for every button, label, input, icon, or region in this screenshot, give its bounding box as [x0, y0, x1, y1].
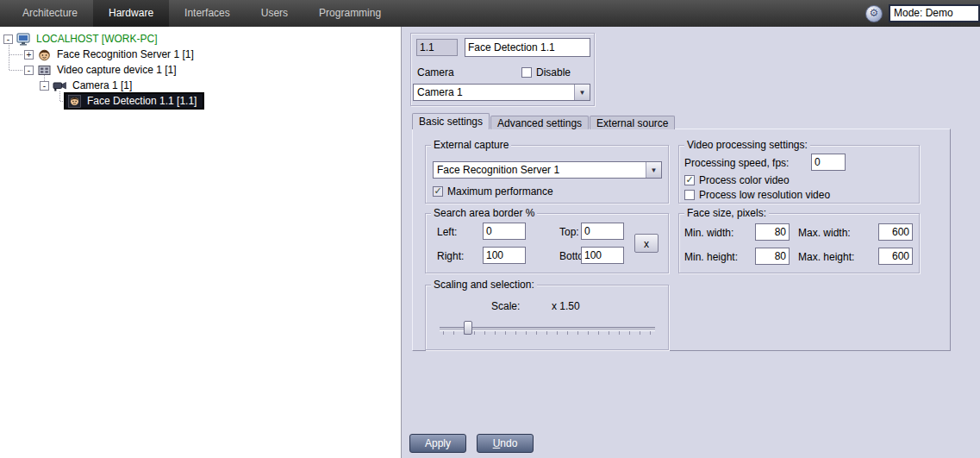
checkbox-box: ✓ — [684, 175, 695, 185]
left-border-input[interactable] — [483, 223, 526, 240]
undo-button-label: Undo — [493, 437, 518, 449]
face-detection-icon — [67, 95, 82, 108]
tree-node-label: LOCALHOST [WORK-PC] — [34, 32, 159, 46]
group-title: Face size, pixels: — [684, 207, 769, 219]
tree-node-localhost[interactable]: - LOCALHOST [WORK-PC] — [0, 31, 401, 47]
tab-external-source[interactable]: External source — [590, 116, 675, 129]
menu-item-users[interactable]: Users — [246, 0, 303, 27]
gear-icon[interactable]: ⚙ — [865, 5, 883, 22]
checkbox-box: ✓ — [433, 186, 443, 197]
apply-button[interactable]: Apply — [409, 434, 466, 453]
chevron-down-icon: ▼ — [646, 162, 661, 178]
settings-panel: Camera Disable Camera 1 ▼ Basic settings… — [402, 27, 980, 458]
device-tree: - LOCALHOST [WORK-PC] + Face Recognition… — [0, 27, 402, 458]
right-label: Right: — [437, 250, 464, 262]
disable-checkbox[interactable]: Disable — [521, 66, 571, 78]
tree-node-video-capture-device[interactable]: - Video capture device 1 [1] — [0, 62, 401, 78]
settings-tabs: Basic settings Advanced settings Externa… — [412, 113, 676, 129]
object-name-field[interactable] — [465, 38, 590, 57]
clear-search-area-button[interactable]: x — [634, 234, 659, 253]
tree-node-face-recognition-server[interactable]: + Face Recognition Server 1 [1] — [0, 47, 401, 62]
scale-value: x 1.50 — [552, 300, 580, 312]
checkbox-label: Maximum performance — [447, 185, 553, 198]
external-capture-select[interactable]: Face Recognition Server 1 ▼ — [433, 161, 662, 179]
scale-label: Scale: — [491, 300, 520, 312]
top-label: Top: — [559, 226, 579, 238]
checkbox-label: Process color video — [699, 174, 790, 186]
tab-content: External capture Face Recognition Server… — [412, 129, 951, 351]
video-processing-group: Video processing settings: Processing sp… — [678, 145, 920, 204]
max-height-input[interactable] — [878, 248, 913, 265]
menu-item-architecture[interactable]: Architecture — [7, 0, 93, 27]
collapse-icon[interactable]: - — [3, 35, 13, 44]
bottom-border-input[interactable] — [581, 247, 624, 264]
checkbox-label: Disable — [536, 66, 571, 78]
face-server-icon — [37, 48, 52, 61]
processing-speed-label: Processing speed, fps: — [684, 157, 789, 169]
tab-basic-settings[interactable]: Basic settings — [412, 113, 490, 129]
application-window: Architecture Hardware Interfaces Users P… — [0, 0, 980, 458]
max-height-label: Max. height: — [798, 251, 854, 263]
top-border-input[interactable] — [581, 223, 624, 240]
left-label: Left: — [437, 226, 457, 238]
mode-indicator: Mode: Demo — [889, 4, 980, 22]
slider-thumb[interactable] — [464, 321, 472, 335]
tree-node-label: Face Recognition Server 1 [1] — [55, 47, 196, 61]
tree-node-label: Video capture device 1 [1] — [55, 63, 178, 77]
right-border-input[interactable] — [483, 247, 526, 264]
maximum-performance-checkbox[interactable]: ✓ Maximum performance — [433, 185, 553, 198]
search-area-group: Search area border % Left: Top: Right: B… — [425, 213, 669, 273]
tree-node-label: Face Detection 1.1 [1.1] — [85, 94, 198, 108]
process-color-video-checkbox[interactable]: ✓ Process color video — [684, 174, 790, 186]
tree-node-face-detection[interactable]: Face Detection 1.1 [1.1] — [0, 93, 401, 109]
tree-node-label: Camera 1 [1] — [71, 78, 134, 92]
min-width-label: Min. width: — [684, 227, 733, 239]
expand-icon[interactable]: + — [24, 50, 34, 60]
min-height-input[interactable] — [755, 248, 790, 265]
menu-item-interfaces[interactable]: Interfaces — [169, 0, 246, 27]
apply-button-label: Apply — [425, 437, 451, 449]
group-title: External capture — [431, 139, 511, 151]
object-id-field[interactable] — [416, 39, 458, 56]
group-title: Scaling and selection: — [431, 279, 537, 291]
checkbox-box — [521, 67, 532, 78]
capture-device-icon — [37, 64, 52, 77]
checkbox-label: Process low resolution video — [699, 189, 830, 201]
camera-select[interactable]: Camera 1 ▼ — [413, 84, 590, 101]
scale-slider[interactable] — [440, 320, 655, 337]
camera-select-value: Camera 1 — [414, 85, 574, 100]
processing-speed-input[interactable] — [811, 154, 846, 171]
computer-icon — [16, 33, 31, 46]
camera-icon — [53, 79, 67, 92]
tree-node-camera[interactable]: - Camera 1 [1] — [0, 78, 401, 93]
process-low-resolution-checkbox[interactable]: Process low resolution video — [684, 189, 830, 201]
external-capture-group: External capture Face Recognition Server… — [425, 145, 669, 204]
face-size-group: Face size, pixels: Min. width: Max. widt… — [678, 213, 920, 273]
camera-label: Camera — [417, 66, 454, 78]
min-width-input[interactable] — [755, 223, 790, 241]
menubar: Architecture Hardware Interfaces Users P… — [0, 0, 980, 27]
min-height-label: Min. height: — [684, 251, 738, 263]
slider-ticks — [443, 331, 653, 335]
menu-item-programming[interactable]: Programming — [303, 0, 396, 27]
collapse-icon[interactable]: - — [40, 81, 49, 91]
max-width-input[interactable] — [878, 223, 913, 241]
external-capture-value: Face Recognition Server 1 — [434, 162, 646, 178]
max-width-label: Max. width: — [798, 227, 851, 239]
chevron-down-icon: ▼ — [574, 85, 590, 100]
scaling-group: Scaling and selection: Scale: x 1.50 — [425, 285, 669, 350]
checkbox-box — [684, 190, 695, 200]
tab-advanced-settings[interactable]: Advanced settings — [490, 116, 589, 129]
group-title: Search area border % — [431, 207, 537, 219]
collapse-icon[interactable]: - — [24, 66, 34, 75]
identification-group: Camera Disable Camera 1 ▼ — [410, 33, 595, 106]
selected-tree-node[interactable]: Face Detection 1.1 [1.1] — [64, 92, 204, 110]
group-title: Video processing settings: — [684, 139, 810, 151]
menu-item-hardware[interactable]: Hardware — [93, 0, 169, 27]
menubar-right: ⚙ Mode: Demo — [865, 0, 980, 27]
undo-button[interactable]: Undo — [477, 434, 534, 453]
